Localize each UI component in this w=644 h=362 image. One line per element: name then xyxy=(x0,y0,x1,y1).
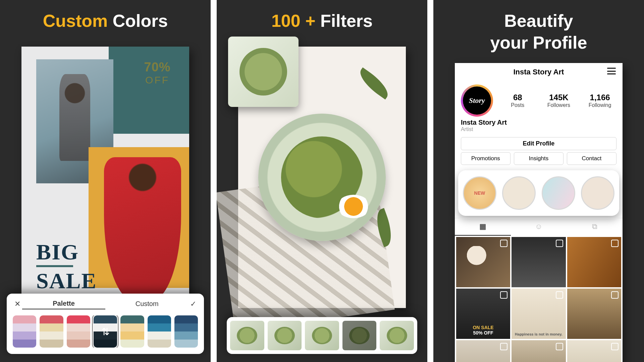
highlight-item[interactable] xyxy=(581,176,614,210)
filter-preview-popout xyxy=(228,37,299,107)
grid-item[interactable] xyxy=(512,237,566,287)
tagged-icon[interactable]: ⧉ xyxy=(567,218,623,236)
headline-rest: Filters xyxy=(316,11,373,31)
filter-thumbnail[interactable] xyxy=(268,321,302,350)
promotions-button[interactable]: Promotions xyxy=(461,152,511,165)
discount-percent: 70% xyxy=(136,60,179,74)
palette-swatch[interactable] xyxy=(94,315,117,348)
food-plate xyxy=(258,114,386,241)
avatar: Story xyxy=(463,86,491,115)
palette-swatch[interactable] xyxy=(174,315,198,348)
stat-followers[interactable]: 145KFollowers xyxy=(542,93,576,108)
divider-accent xyxy=(36,265,73,267)
profile-mock: Insta Story Art Story 68Posts 145KFollow… xyxy=(455,63,623,362)
edit-profile-button[interactable]: Edit Profile xyxy=(461,137,616,150)
highlight-new[interactable]: NEW xyxy=(463,176,496,210)
highlight-item[interactable] xyxy=(502,176,536,210)
tab-palette[interactable]: Palette xyxy=(22,298,105,309)
palette-swatch[interactable] xyxy=(67,315,90,348)
display-name: Insta Story Art xyxy=(455,119,623,126)
grid-item[interactable] xyxy=(456,340,510,362)
photo-woman xyxy=(104,157,181,301)
palette-sheet: ✕ Palette Custom ✓ xyxy=(7,294,204,354)
headline-line1: Beautify xyxy=(490,10,587,32)
headline-rest: Colors xyxy=(108,11,168,31)
headline-accent: Custom xyxy=(43,11,108,31)
filter-thumbnail[interactable] xyxy=(342,321,377,350)
profile-tabs: ▦ ☺ ⧉ xyxy=(455,218,623,236)
headline-3: Beautify your Profile xyxy=(490,10,587,54)
grid-item[interactable] xyxy=(456,237,510,287)
filter-thumbnail[interactable] xyxy=(230,321,264,350)
close-icon[interactable]: ✕ xyxy=(13,300,22,308)
profile-stats-row: Story 68Posts 145KFollowers 1,166Followi… xyxy=(455,81,623,119)
headline-line2: your Profile xyxy=(490,32,587,54)
text-sale: SALE xyxy=(36,270,97,292)
avatar-ring[interactable]: Story xyxy=(461,84,493,117)
story-canvas[interactable]: 70% OFF BIG SALE xyxy=(21,47,189,308)
bg-block-teal xyxy=(109,47,189,134)
grid-item[interactable] xyxy=(567,237,621,287)
filter-canvas[interactable] xyxy=(238,47,406,308)
headline-1: Custom Colors xyxy=(43,10,168,32)
menu-icon[interactable] xyxy=(607,68,616,74)
headline-accent: 100 + xyxy=(271,11,316,31)
panel-custom-colors: Custom Colors 70% OFF BIG SALE ✕ Palette… xyxy=(0,0,211,362)
profile-header: Insta Story Art xyxy=(455,63,623,81)
headline-2: 100 + Filters xyxy=(271,10,373,32)
panel-beautify-profile: Beautify your Profile Insta Story Art St… xyxy=(433,0,644,362)
category-label: Artist xyxy=(455,126,623,135)
grid-item[interactable]: Happiness is not in money. xyxy=(512,289,566,339)
grid-icon[interactable]: ▦ xyxy=(455,218,511,236)
grid-item[interactable] xyxy=(567,340,621,362)
filter-thumbnail[interactable] xyxy=(380,321,414,350)
grid-item[interactable]: TREAT YO' SELF. xyxy=(512,340,566,362)
panel-filters: 100 + Filters xyxy=(217,0,427,362)
palette-swatch[interactable] xyxy=(13,315,36,348)
highlights-card: NEW xyxy=(458,170,619,216)
profile-title: Insta Story Art xyxy=(514,68,564,76)
emoji-icon[interactable]: ☺ xyxy=(511,218,567,236)
palette-swatch[interactable] xyxy=(148,315,171,348)
profile-grid: ON SALE50% OFF Happiness is not in money… xyxy=(455,236,623,362)
filter-strip xyxy=(227,317,417,354)
grid-item[interactable]: ON SALE50% OFF xyxy=(456,289,510,339)
palette-swatch[interactable] xyxy=(120,315,144,348)
insights-button[interactable]: Insights xyxy=(514,152,564,165)
confirm-icon[interactable]: ✓ xyxy=(189,300,198,308)
stat-following[interactable]: 1,166Following xyxy=(583,93,616,108)
stat-posts[interactable]: 68Posts xyxy=(501,93,534,108)
highlight-item[interactable] xyxy=(542,176,575,210)
leaf-icon xyxy=(355,67,393,100)
grid-item[interactable] xyxy=(567,289,621,339)
filter-thumbnail[interactable] xyxy=(305,321,339,350)
palette-tabs: ✕ Palette Custom ✓ xyxy=(13,298,198,309)
palette-swatch[interactable] xyxy=(40,315,63,348)
discount-off: OFF xyxy=(136,74,179,86)
discount-badge: 70% OFF xyxy=(136,60,179,86)
swatch-row xyxy=(13,315,198,348)
profile-action-row: Promotions Insights Contact xyxy=(455,152,623,168)
tab-custom[interactable]: Custom xyxy=(105,299,189,309)
text-big: BIG xyxy=(36,241,79,263)
contact-button[interactable]: Contact xyxy=(567,152,616,165)
